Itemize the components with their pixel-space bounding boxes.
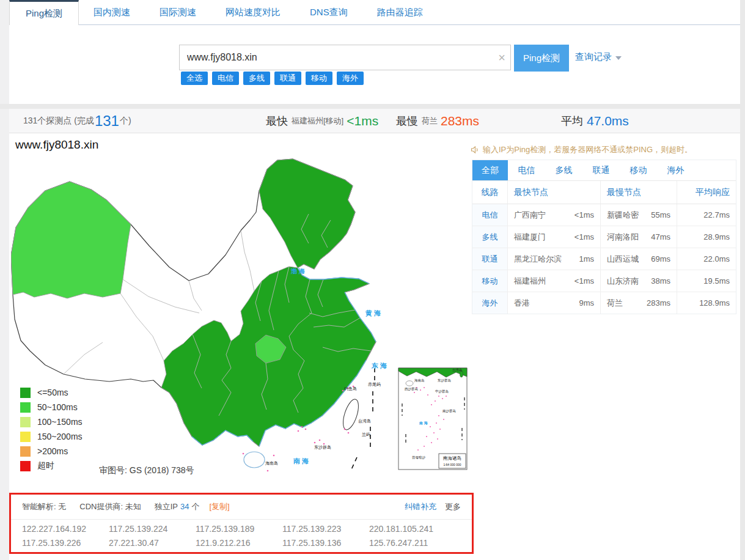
- more-link[interactable]: 更多: [445, 501, 461, 512]
- row-line: 电信: [472, 204, 507, 226]
- host-input[interactable]: [179, 45, 511, 70]
- col-header-fastest: 最快节点: [507, 181, 600, 204]
- slow-ms: 283ms: [647, 298, 670, 308]
- filter-unicom[interactable]: 联通: [274, 72, 301, 85]
- label-dongsha: 东沙群岛: [314, 445, 331, 450]
- left-gutter: [0, 0, 9, 560]
- unique-ip: 独立IP34个: [155, 501, 200, 512]
- average-stat: 平均 47.0ms: [561, 109, 629, 133]
- label-chiweiyu: 赤尾屿: [368, 381, 381, 387]
- row-average: 22.7ms: [677, 204, 736, 226]
- row-fastest: 福建厦门<1ms: [507, 226, 600, 248]
- row-average: 22.0ms: [677, 248, 736, 270]
- row-average: 28.9ms: [677, 226, 736, 248]
- fast-node: 香港: [514, 298, 530, 309]
- tab-domestic-speed[interactable]: 国内测速: [79, 0, 145, 25]
- average-value: 47.0ms: [587, 114, 629, 128]
- result-tab-telecom[interactable]: 电信: [508, 160, 545, 180]
- legend-label: 50~100ms: [37, 402, 78, 412]
- fast-ms: 1ms: [579, 254, 594, 263]
- table-row: 多线 福建厦门<1ms 河南洛阳47ms 28.9ms: [472, 226, 736, 248]
- result-tab-overseas[interactable]: 海外: [657, 160, 694, 180]
- map-approval-number: 审图号: GS (2018) 738号: [99, 465, 194, 476]
- row-average: 19.5ms: [677, 270, 736, 292]
- map-host-title: www.fjy8018.xin: [15, 138, 98, 152]
- tabbar-divider: [9, 24, 740, 25]
- result-tab-unicom[interactable]: 联通: [582, 160, 620, 180]
- slow-node: 山西运城: [607, 254, 639, 265]
- fastest-stat: 最快 福建福州[移动] <1ms: [266, 109, 378, 133]
- slow-node: 山东济南: [607, 276, 639, 287]
- inset-box-scale: 1:64 000 000: [443, 463, 461, 466]
- fast-node: 福建福州: [514, 276, 546, 287]
- fast-ms: 9ms: [579, 298, 594, 308]
- filter-mobile[interactable]: 移动: [306, 72, 332, 85]
- tab-ping-test[interactable]: Ping检测: [9, 0, 79, 25]
- row-line: 多线: [472, 226, 507, 248]
- fastest-label: 最快: [266, 114, 288, 128]
- result-tab-all[interactable]: 全部: [472, 160, 508, 180]
- slow-ms: 38ms: [651, 276, 670, 286]
- result-tab-multiline[interactable]: 多线: [545, 160, 582, 180]
- legend-item: 100~150ms: [20, 414, 83, 429]
- legend-swatch: [20, 446, 31, 457]
- section-gap: [0, 104, 745, 109]
- row-fastest: 黑龙江哈尔滨1ms: [507, 248, 600, 270]
- table-row: 电信 广西南宁<1ms 新疆哈密55ms 22.7ms: [472, 204, 736, 226]
- filter-overseas[interactable]: 海外: [337, 72, 364, 85]
- unique-ip-unit: 个: [191, 502, 199, 511]
- slow-node: 荷兰: [607, 298, 623, 309]
- tab-site-speed-compare[interactable]: 网站速度对比: [211, 0, 295, 25]
- map-legend: <=50ms 50~100ms 100~150ms 150~200ms >200…: [20, 385, 83, 473]
- svg-text:中沙群岛: 中沙群岛: [435, 389, 449, 394]
- label-lanyu: 兰屿: [362, 432, 370, 437]
- label-hainandao: 海南岛: [265, 461, 278, 466]
- correction-link[interactable]: 纠错补充: [405, 501, 436, 512]
- cdn-value: 未知: [125, 502, 141, 511]
- col-header-slowest: 最慢节点: [600, 181, 677, 204]
- slowest-stat: 最慢 荷兰 283ms: [396, 109, 479, 133]
- ping-submit-button[interactable]: Ping检测: [514, 45, 569, 72]
- slowest-value: 283ms: [441, 114, 479, 128]
- line-filter-group: 全选 电信 多线 联通 移动 海外: [181, 72, 364, 85]
- fast-ms: <1ms: [574, 210, 594, 219]
- row-slowest: 荷兰283ms: [600, 292, 677, 314]
- query-history-button[interactable]: 查询记录: [575, 51, 622, 63]
- legend-label: >200ms: [37, 446, 68, 456]
- result-table-header: 线路 最快节点 最慢节点 平均响应: [472, 181, 736, 204]
- row-line: 移动: [472, 270, 507, 292]
- fast-node: 广西南宁: [514, 210, 546, 221]
- legend-label: 100~150ms: [37, 417, 83, 427]
- ping-notice: 输入IP为Ping检测，若服务器网络不通或禁PING，则超时。: [471, 144, 692, 155]
- cdn-label: CDN提供商:: [79, 502, 123, 511]
- slow-node: 河南洛阳: [607, 232, 639, 243]
- legend-item: 150~200ms: [20, 429, 83, 444]
- fast-ms: <1ms: [574, 232, 594, 241]
- slow-ms: 55ms: [651, 210, 670, 219]
- col-header-line: 线路: [472, 181, 507, 204]
- copy-ips-button[interactable]: [复制]: [209, 501, 229, 512]
- smart-dns: 智能解析: 无: [22, 501, 66, 512]
- unique-ip-count: 34: [180, 502, 189, 511]
- slowest-label: 最慢: [396, 114, 418, 128]
- unique-ip-label: 独立IP: [155, 502, 178, 511]
- clear-input-icon[interactable]: ×: [493, 45, 511, 70]
- probe-count-prefix: 131个探测点 (完成: [23, 116, 94, 127]
- filter-telecom[interactable]: 电信: [212, 72, 239, 85]
- filter-multiline[interactable]: 多线: [243, 72, 270, 85]
- tab-international-speed[interactable]: 国际测速: [145, 0, 211, 25]
- tool-tabbar: Ping检测 国内测速 国际测速 网站速度对比 DNS查询 路由器追踪: [9, 0, 740, 25]
- tab-traceroute[interactable]: 路由器追踪: [362, 0, 438, 25]
- filter-all[interactable]: 全选: [181, 72, 208, 85]
- row-slowest: 山东济南38ms: [600, 270, 677, 292]
- result-tab-mobile[interactable]: 移动: [620, 160, 657, 180]
- svg-text:西沙群岛: 西沙群岛: [405, 387, 418, 391]
- legend-label: <=50ms: [37, 388, 68, 397]
- ip-item: 220.181.105.241: [369, 524, 456, 534]
- inset-box-label: 南海诸岛: [442, 455, 461, 461]
- ip-item: 125.76.247.211: [369, 538, 456, 548]
- smart-dns-label: 智能解析:: [22, 502, 56, 511]
- probe-count-suffix: 个): [120, 116, 131, 127]
- tab-dns-query[interactable]: DNS查询: [295, 0, 362, 25]
- sea-label-huanghai: 黄 海: [365, 309, 381, 317]
